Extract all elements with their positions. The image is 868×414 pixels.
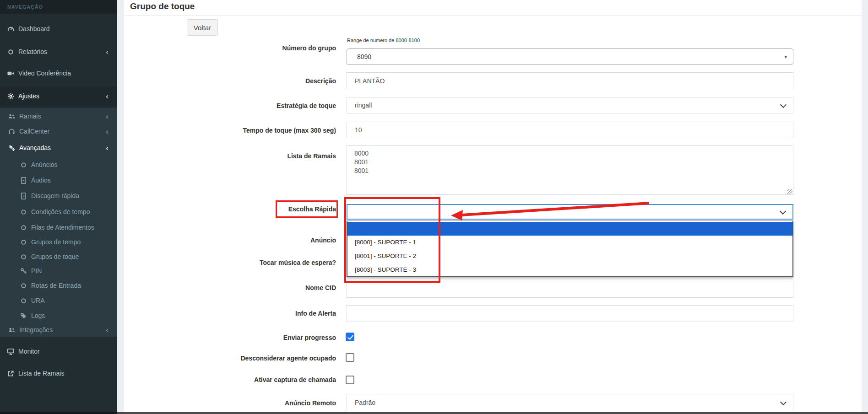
sidebar-item-condicoes-de-tempo[interactable]: Condições de tempo: [0, 204, 117, 220]
annotation-box-dropdown: [344, 197, 440, 283]
sidebar-item-ajustes[interactable]: Ajustes ‹: [0, 88, 117, 104]
circle-icon: [20, 253, 27, 260]
field-label-lista-de-ramais: Lista de Ramais: [174, 151, 336, 161]
lista-de-ramais-textarea[interactable]: 8000 8001 8001: [347, 145, 793, 195]
field-label-captura: Ativar captura de chamada: [174, 375, 336, 384]
nome-cid-input[interactable]: [347, 281, 793, 298]
chevron-down-icon: [780, 399, 787, 405]
field-label-anuncio: Anúncio: [174, 236, 336, 245]
key-icon: [20, 268, 27, 274]
sidebar-item-callcenter[interactable]: CallCenter ‹: [0, 124, 117, 139]
numero-range-hint: Range de numero de 8000-8100: [347, 38, 420, 43]
sidebar-item-rotas-de-entrada[interactable]: Rotas de Entrada: [0, 278, 117, 293]
circle-icon: [20, 224, 27, 231]
info-de-alerta-input[interactable]: [347, 305, 793, 322]
chevron-left-icon: ‹: [106, 326, 108, 334]
estrategia-select[interactable]: ringall: [347, 97, 793, 113]
footer-strip-sidebar: [0, 412, 117, 414]
chevron-left-icon: ‹: [106, 113, 108, 120]
sidebar-item-monitor[interactable]: Monitor: [0, 344, 117, 359]
sidebar-item-video-conferencia[interactable]: Video Conferência: [0, 65, 117, 81]
chevron-down-icon: [780, 102, 787, 108]
chevron-left-icon: ‹: [106, 144, 108, 152]
sidebar-item-avancadas[interactable]: Avançadas ‹: [0, 140, 117, 156]
sidebar-item-grupos-de-toque[interactable]: Grupos de toque: [0, 249, 117, 264]
circle-icon: [20, 239, 27, 246]
back-button[interactable]: Voltar: [187, 19, 218, 36]
field-label-nome-cid: Nome CID: [174, 283, 336, 292]
desconsiderar-agente-checkbox[interactable]: [346, 353, 354, 362]
field-label-enviar-progresso: Enviar progresso: [174, 333, 336, 342]
anuncio-remoto-select[interactable]: Padrão: [347, 394, 793, 411]
desktop-icon: [7, 348, 14, 355]
tempo-de-toque-input[interactable]: 10: [347, 122, 793, 138]
users-icon: [8, 113, 15, 120]
circle-icon: [20, 297, 27, 304]
descricao-input[interactable]: PLANTÃO: [347, 72, 793, 89]
file-audio-icon: [20, 193, 27, 199]
users-icon: [8, 327, 15, 333]
caret-down-icon: ▾: [784, 54, 787, 60]
gear-icon: [7, 93, 14, 100]
circle-icon: [20, 282, 27, 289]
ativar-captura-checkbox[interactable]: [346, 376, 354, 384]
gauge-icon: [7, 26, 14, 32]
sidebar-item-pin[interactable]: PIN: [0, 263, 117, 279]
video-icon: [7, 70, 14, 77]
sidebar-item-ura[interactable]: URA: [0, 293, 117, 308]
field-label-estrategia: Estratégia de toque: [174, 101, 336, 110]
field-label-descricao: Descrição: [174, 76, 336, 86]
sidebar-section-header: NAVEGAÇÃO: [0, 0, 117, 14]
annotation-arrow: [446, 197, 655, 222]
sidebar-item-integracoes[interactable]: Integrações ‹: [0, 322, 117, 338]
enviar-progresso-checkbox[interactable]: [346, 333, 354, 341]
sidebar-item-logs[interactable]: Logs: [0, 308, 117, 323]
numero-do-grupo-select[interactable]: 8090 ▾: [347, 48, 793, 65]
gears-icon: [8, 145, 15, 151]
circle-icon: [7, 48, 14, 55]
external-link-icon: [7, 370, 14, 377]
field-label-desconsiderar: Desconsiderar agente ocupado: [174, 354, 336, 363]
headset-icon: [8, 128, 15, 135]
field-label-tocar-musica: Tocar música de espera?: [174, 258, 336, 267]
circle-icon: [20, 209, 27, 215]
annotation-box-escolha-label: [276, 200, 338, 218]
sidebar-item-dashboard[interactable]: Dashboard: [0, 21, 117, 37]
sidebar-item-relatorios[interactable]: Relatórios ‹: [0, 44, 117, 59]
sidebar-item-filas-de-atendimentos[interactable]: Filas de Atendimentos: [0, 220, 117, 235]
sidebar-item-grupos-de-tempo[interactable]: Grupos de tempo: [0, 234, 117, 250]
sidebar: NAVEGAÇÃO Dashboard Relatórios ‹ Video C…: [0, 0, 117, 412]
app-window: NAVEGAÇÃO Dashboard Relatórios ‹ Video C…: [0, 0, 868, 414]
header-divider: [124, 15, 862, 16]
sidebar-item-discagem-rapida[interactable]: Discagem rápida: [0, 188, 117, 204]
chevron-left-icon: ‹: [106, 48, 108, 56]
file-audio-icon: [20, 177, 27, 184]
field-label-numero-do-grupo: Número do grupo: [174, 43, 336, 53]
sidebar-item-ramais[interactable]: Ramais ‹: [0, 108, 117, 124]
field-label-anuncio-remoto: Anúncio Remoto: [174, 398, 336, 408]
field-label-tempo: Tempo de toque (max 300 seg): [174, 126, 336, 135]
tag-icon: [20, 312, 27, 319]
circle-icon: [20, 161, 27, 168]
sidebar-item-anuncios[interactable]: Anúncios: [0, 157, 117, 172]
chevron-left-icon: ‹: [106, 128, 108, 135]
textarea-resize-grip[interactable]: [787, 189, 792, 194]
page-title: Grupo de toque: [130, 1, 195, 11]
sidebar-item-lista-de-ramais[interactable]: Lista de Ramais: [0, 366, 117, 381]
chevron-left-icon: ‹: [106, 92, 108, 100]
field-label-info-de-alerta: Info de Alerta: [174, 309, 336, 318]
chevron-down-icon: [780, 208, 786, 215]
sidebar-item-audios[interactable]: Áudios: [0, 172, 117, 188]
footer-strip-content: [117, 412, 868, 414]
